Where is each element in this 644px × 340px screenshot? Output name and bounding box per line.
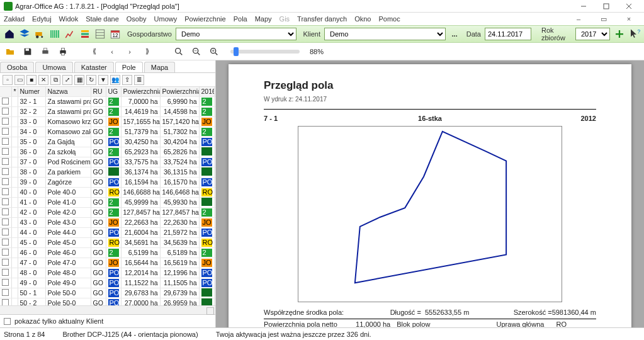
only-current-client-checkbox[interactable] xyxy=(4,318,11,325)
zoom-slider[interactable] xyxy=(230,50,300,54)
row-checkbox[interactable] xyxy=(2,249,9,256)
col-powgps[interactable]: PowierzchniaGPS xyxy=(160,87,199,96)
rok-select[interactable]: 2017 xyxy=(575,28,610,40)
menu-umowy[interactable]: Umowy xyxy=(154,15,178,23)
tab-pole[interactable]: Pole xyxy=(115,62,143,72)
prev-page-icon[interactable]: ‹ xyxy=(106,45,118,58)
table-row[interactable]: 32 - 1Za stawami praGO27,0000 ha6,9990 h… xyxy=(0,96,215,106)
filter-icon[interactable]: ▼ xyxy=(98,75,108,85)
table-row[interactable]: 41 - 0Pole 41-0GO245,9999 ha45,9930 haPZ… xyxy=(0,197,215,207)
table-row[interactable]: 50 - 1Pole 50-0GOPO29,6783 ha29,6739 haP… xyxy=(0,288,215,298)
col-numer[interactable]: Numer xyxy=(18,87,45,96)
date-input[interactable] xyxy=(485,28,531,40)
col-check[interactable] xyxy=(0,87,11,96)
klient-select[interactable]: Demo xyxy=(324,28,446,40)
row-checkbox[interactable] xyxy=(2,198,9,205)
table-row[interactable]: 40 - 0Pole 40-0GORO146,6688 ha146,6468 h… xyxy=(0,187,215,197)
table-row[interactable]: 49 - 0Pole 49-0GOPO11,1522 ha11,1505 haP… xyxy=(0,278,215,288)
tractor-icon[interactable] xyxy=(34,27,45,41)
copy-icon[interactable]: ⧉ xyxy=(50,75,60,85)
row-checkbox[interactable] xyxy=(2,188,9,195)
row-checkbox[interactable] xyxy=(2,158,9,165)
row-checkbox[interactable] xyxy=(2,289,9,296)
menu-pomoc[interactable]: Pomoc xyxy=(378,15,400,23)
picture-icon[interactable]: ▦ xyxy=(74,75,84,85)
table-row[interactable]: 33 - 0Komasowo krzyGOJO157,1655 ha157,14… xyxy=(0,116,215,127)
row-checkbox[interactable] xyxy=(2,229,9,235)
tab-umowa[interactable]: Umowa xyxy=(35,62,72,72)
list-icon[interactable] xyxy=(94,27,106,41)
open-icon[interactable] xyxy=(4,45,16,58)
col-star[interactable]: * xyxy=(11,87,18,96)
close-button[interactable] xyxy=(618,1,640,12)
menu-osoby[interactable]: Osoby xyxy=(127,15,147,23)
expand-icon[interactable]: ⤢ xyxy=(62,75,72,85)
row-checkbox[interactable] xyxy=(2,128,9,135)
add-year-icon[interactable] xyxy=(614,27,625,41)
menu-mapy[interactable]: Mapy xyxy=(255,15,272,23)
layers-icon[interactable] xyxy=(19,27,30,41)
mdi-close-icon[interactable]: × xyxy=(618,13,640,25)
row-checkbox[interactable] xyxy=(2,108,9,115)
table-row[interactable]: 38 - 0Za parkiemGO36,1374 ha36,1315 haPO xyxy=(0,167,215,177)
table-row[interactable]: 47 - 0Pole 47-0GOJO16,5644 ha16,5619 haJ… xyxy=(0,258,215,268)
calendar-icon[interactable]: 12 xyxy=(110,27,121,41)
menu-pola[interactable]: Pola xyxy=(234,15,247,23)
col-2015[interactable]: 2015 xyxy=(214,87,215,96)
table-row[interactable]: 45 - 0Pole 45-0GORO34,5691 ha34,5639 haR… xyxy=(0,237,215,247)
help-cursor-icon[interactable]: ? xyxy=(629,27,640,41)
print-icon[interactable] xyxy=(57,45,69,58)
mdi-minimize-icon[interactable]: – xyxy=(567,13,590,25)
col-nazwa[interactable]: Nazwa xyxy=(45,87,91,96)
table-row[interactable]: 42 - 0Pole 42-0GO2127,8457 ha127,8457 ha… xyxy=(0,207,215,217)
menu-zakład[interactable]: Zakład xyxy=(4,15,25,23)
tab-kataster[interactable]: Kataster xyxy=(74,62,114,72)
row-checkbox[interactable] xyxy=(2,178,9,185)
chart-icon[interactable] xyxy=(64,27,76,41)
last-page-icon[interactable]: ⟫ xyxy=(141,45,154,58)
zoom-out-icon[interactable] xyxy=(190,45,203,58)
row-checkbox[interactable] xyxy=(2,239,9,246)
export-icon[interactable]: ⇪ xyxy=(122,75,132,85)
print-setup-icon[interactable] xyxy=(39,45,52,58)
table-row[interactable]: 37 - 0Pod RościnemGOPO33,7575 ha33,7524 … xyxy=(0,157,215,167)
zoom-in-icon[interactable] xyxy=(208,45,220,58)
people-icon[interactable]: 👥 xyxy=(110,75,120,85)
menu-stałe dane[interactable]: Stałe dane xyxy=(86,15,119,23)
tab-mapa[interactable]: Mapa xyxy=(144,62,176,72)
save-icon[interactable] xyxy=(21,45,34,58)
row-checkbox[interactable] xyxy=(2,279,9,286)
mdi-restore-icon[interactable]: ▭ xyxy=(592,13,615,25)
table-row[interactable]: 36 - 0Za szkołąGO265,2923 ha65,2826 haPZ… xyxy=(0,147,215,157)
row-checkbox[interactable] xyxy=(2,98,9,105)
table-row[interactable]: 44 - 0Pole 44-0GOPO21,6004 ha21,5972 haP… xyxy=(0,227,215,237)
row-checkbox[interactable] xyxy=(2,218,9,225)
table-row[interactable]: 35 - 0Za GajdąGOPO30,4250 ha30,4204 haPO… xyxy=(0,137,215,147)
next-page-icon[interactable]: › xyxy=(123,45,136,58)
col-ug[interactable]: UG xyxy=(106,87,121,96)
row-checkbox[interactable] xyxy=(2,299,9,306)
row-checkbox[interactable] xyxy=(2,259,9,266)
col-2016[interactable]: 2016 xyxy=(199,87,214,96)
row-checkbox[interactable] xyxy=(2,118,9,125)
row-checkbox[interactable] xyxy=(2,148,9,155)
preview-pane[interactable]: Przegląd pola W ydruk z: 24.11.2017 7 - … xyxy=(216,60,644,327)
table-row[interactable]: 39 - 0ZagórzeGOPO16,1594 ha16,1570 haPOP… xyxy=(0,177,215,187)
minimize-button[interactable] xyxy=(572,1,595,12)
table-row[interactable]: 46 - 0Pole 46-0GO26,5199 ha6,5189 ha2POF xyxy=(0,247,215,258)
table-row[interactable]: 50 - 2Pole 50-0GOPO27,0000 ha26,9959 haP… xyxy=(0,298,215,305)
table-row[interactable]: 34 - 0Komasowo zakrGO251,7379 ha51,7302 … xyxy=(0,127,215,137)
table-row[interactable]: 48 - 0Pole 48-0GOPO12,2014 ha12,1996 haP… xyxy=(0,268,215,278)
menu-transfer danych[interactable]: Transfer danych xyxy=(297,15,347,23)
gospodarstwo-select[interactable]: Demo xyxy=(176,28,297,40)
delete-icon[interactable]: ✕ xyxy=(38,75,48,85)
cols-icon[interactable]: ≣ xyxy=(134,75,144,85)
row-checkbox[interactable] xyxy=(2,208,9,215)
stack-icon[interactable] xyxy=(79,27,91,41)
tab-osoba[interactable]: Osoba xyxy=(0,62,34,72)
menu-okno[interactable]: Okno xyxy=(354,15,371,23)
grid-hscroll[interactable] xyxy=(0,305,215,314)
doc-icon[interactable]: ▭ xyxy=(14,75,25,85)
table-row[interactable]: 32 - 2Za stawami praGO214,4619 ha14,4598… xyxy=(0,106,215,116)
table-row[interactable]: 43 - 0Pole 43-0GOJO22,2663 ha22,2630 haJ… xyxy=(0,217,215,227)
